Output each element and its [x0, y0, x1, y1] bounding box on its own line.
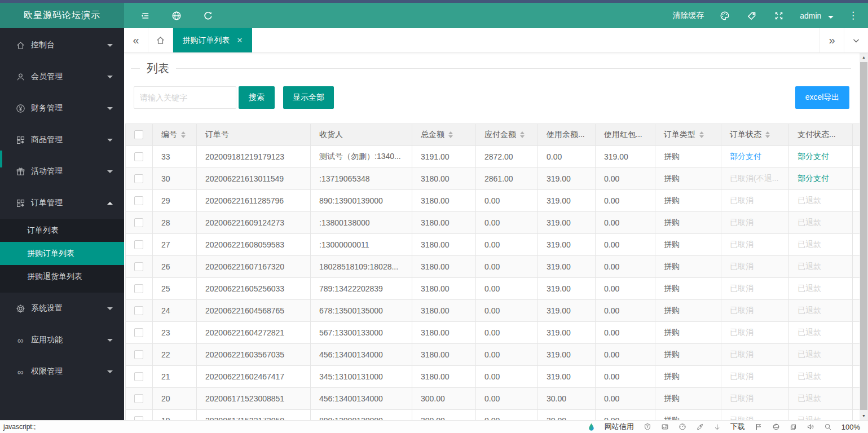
- sidebar-item[interactable]: 订单管理: [0, 187, 124, 219]
- sort-icon[interactable]: [181, 131, 186, 138]
- home-tab[interactable]: [148, 28, 173, 52]
- scroll-up-icon[interactable]: ▲: [860, 53, 868, 61]
- close-icon[interactable]: ✕: [237, 36, 243, 45]
- cell-order_status: 部分支付: [721, 146, 789, 167]
- speaker-icon[interactable]: [807, 423, 814, 431]
- palette-icon[interactable]: [719, 10, 731, 22]
- sidebar-item[interactable]: 控制台: [0, 29, 124, 61]
- select-all-checkbox[interactable]: [134, 130, 143, 139]
- status-badge: 已退款: [797, 240, 821, 250]
- excel-export-button[interactable]: excel导出: [795, 86, 849, 109]
- row-checkbox[interactable]: [134, 218, 143, 227]
- cell-redpacket_used: 0.00: [596, 388, 655, 409]
- home-icon: [15, 40, 25, 50]
- cell-id: 29: [153, 190, 197, 211]
- download-label[interactable]: 下载: [730, 422, 745, 432]
- chevron-down-icon: [107, 76, 113, 78]
- more-vertical-icon[interactable]: ⋮: [848, 13, 858, 19]
- sidebar-item[interactable]: 活动管理: [0, 156, 124, 187]
- status-badge[interactable]: 部分支付: [730, 152, 761, 162]
- sidebar-item[interactable]: ∞权限管理: [0, 356, 124, 387]
- cell-type: 拼购: [655, 344, 721, 365]
- cell-total: 3180.00: [412, 322, 476, 343]
- sort-icon[interactable]: [448, 131, 453, 138]
- row-checkbox[interactable]: [134, 372, 143, 381]
- cell-type: 拼购: [655, 366, 721, 387]
- cell-balance_used: 319.00: [538, 322, 596, 343]
- globe-icon[interactable]: [170, 10, 183, 22]
- sidebar-item-label: 权限管理: [31, 366, 107, 377]
- cell-order_no: 202006221604568765: [197, 300, 311, 321]
- scrollbar-thumb[interactable]: [860, 62, 867, 410]
- row-checkbox[interactable]: [134, 350, 143, 359]
- arrow-down-icon[interactable]: [713, 423, 721, 431]
- flag-icon[interactable]: [755, 423, 763, 431]
- user-menu[interactable]: admin: [800, 11, 834, 20]
- sidebar-scroll-indicator[interactable]: [0, 151, 2, 167]
- chevron-down-icon: [107, 370, 113, 373]
- tabs-scroll-right-icon[interactable]: »: [819, 28, 844, 52]
- sidebar-subitem[interactable]: 拼购订单列表: [0, 242, 124, 265]
- row-checkbox[interactable]: [134, 328, 143, 337]
- status-badge[interactable]: 部分支付: [797, 174, 829, 184]
- row-checkbox[interactable]: [134, 262, 143, 271]
- drop-icon[interactable]: [588, 423, 595, 431]
- tabs-menu-icon[interactable]: [844, 28, 868, 52]
- cell-ship_status: 未发货: [853, 256, 860, 277]
- sidebar-subitem[interactable]: 拼购退货单列表: [0, 265, 124, 288]
- tag-icon[interactable]: [746, 10, 758, 22]
- row-checkbox[interactable]: [134, 416, 143, 420]
- refresh-icon[interactable]: [202, 10, 214, 22]
- cell-id: 25: [153, 278, 197, 299]
- search-input[interactable]: [134, 86, 236, 109]
- magnifier-icon[interactable]: [824, 423, 832, 431]
- rocket-icon[interactable]: [696, 423, 704, 431]
- row-checkbox[interactable]: [134, 196, 143, 205]
- browser-status-icons: 网站信用 下载 100%: [588, 422, 860, 432]
- cell-payable: 0.00: [476, 256, 538, 277]
- sort-icon[interactable]: [765, 131, 770, 138]
- column-header-redpacket_used: 使用红包...: [596, 124, 655, 145]
- row-checkbox-cell: [126, 278, 153, 299]
- cell-ship_status: 未发货: [853, 168, 860, 189]
- tabs-scroll-left-icon[interactable]: «: [124, 28, 148, 52]
- window-icon[interactable]: [790, 423, 797, 431]
- cell-redpacket_used: 0.00: [596, 344, 655, 365]
- sidebar-subitem[interactable]: 订单列表: [0, 219, 124, 242]
- row-checkbox[interactable]: [134, 394, 143, 403]
- cell-balance_used: 319.00: [538, 256, 596, 277]
- row-checkbox[interactable]: [134, 240, 143, 249]
- sidebar-item[interactable]: ∞应用功能: [0, 324, 124, 356]
- vertical-scrollbar[interactable]: ▲ ▼: [860, 53, 868, 420]
- sidebar-item[interactable]: 商品管理: [0, 124, 124, 156]
- ie-icon[interactable]: [772, 423, 780, 431]
- gauge-icon[interactable]: [678, 423, 686, 431]
- row-checkbox[interactable]: [134, 174, 143, 183]
- row-checkbox[interactable]: [134, 306, 143, 315]
- clear-cache-button[interactable]: 清除缓存: [672, 11, 704, 21]
- row-checkbox[interactable]: [134, 284, 143, 293]
- column-header-balance_used: 使用余额...: [538, 124, 596, 145]
- sort-icon[interactable]: [520, 131, 525, 138]
- scroll-down-icon[interactable]: ▼: [860, 412, 868, 420]
- cell-redpacket_used: 0.00: [596, 256, 655, 277]
- cell-balance_used: 319.00: [538, 300, 596, 321]
- sort-icon[interactable]: [699, 131, 704, 138]
- shield-icon[interactable]: [644, 423, 651, 431]
- fullscreen-icon[interactable]: [773, 10, 785, 22]
- sidebar-item[interactable]: 会员管理: [0, 61, 124, 92]
- chevron-down-icon: [107, 307, 113, 310]
- sidebar-item[interactable]: 财务管理: [0, 92, 124, 124]
- sidebar-item[interactable]: 系统设置: [0, 293, 124, 324]
- cell-order_no: 202006221613011549: [197, 168, 311, 189]
- cell-id: 23: [153, 322, 197, 343]
- collapse-sidebar-icon[interactable]: [139, 10, 151, 22]
- tab-active[interactable]: 拼购订单列表 ✕: [173, 28, 252, 52]
- status-badge[interactable]: 部分支付: [797, 152, 829, 162]
- search-button[interactable]: 搜索: [239, 86, 275, 109]
- site-credit-label[interactable]: 网站信用: [605, 422, 634, 432]
- row-checkbox[interactable]: [134, 152, 143, 161]
- image-icon[interactable]: [661, 423, 669, 431]
- show-all-button[interactable]: 显示全部: [283, 86, 334, 109]
- cell-type: 拼购: [655, 278, 721, 299]
